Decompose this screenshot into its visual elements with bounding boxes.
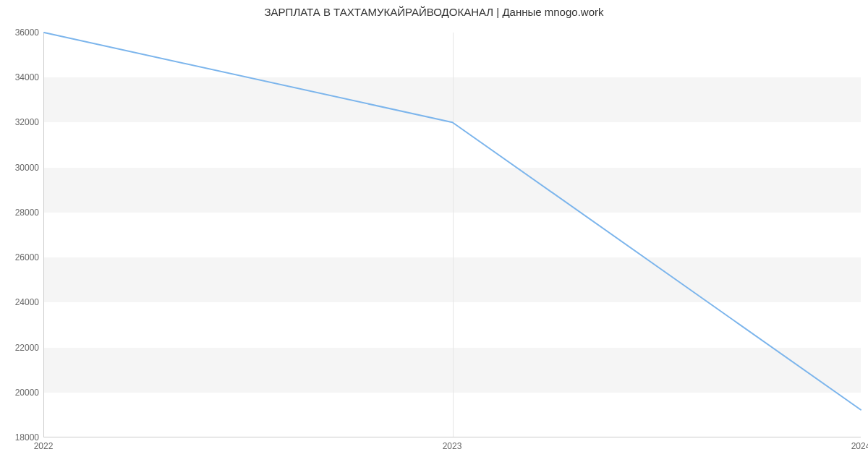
y-tick-label: 36000 xyxy=(3,27,39,38)
chart-title: ЗАРПЛАТА В ТАХТАМУКАЙРАЙВОДОКАНАЛ | Данн… xyxy=(0,6,868,18)
y-tick-label: 30000 xyxy=(3,163,39,173)
x-tick-label: 2024 xyxy=(851,441,868,451)
y-tick-label: 34000 xyxy=(3,72,39,82)
plot-area xyxy=(43,33,861,437)
y-tick-label: 28000 xyxy=(3,208,39,218)
x-tick-label: 2022 xyxy=(34,441,54,451)
y-tick-label: 22000 xyxy=(3,343,39,353)
chart-container: ЗАРПЛАТА В ТАХТАМУКАЙРАЙВОДОКАНАЛ | Данн… xyxy=(0,0,868,470)
series-line xyxy=(44,33,861,410)
y-tick-label: 24000 xyxy=(3,297,39,307)
y-tick-label: 32000 xyxy=(3,117,39,127)
x-tick-label: 2023 xyxy=(443,441,462,451)
y-tick-label: 26000 xyxy=(3,252,39,262)
y-tick-label: 20000 xyxy=(3,388,39,398)
line-series-layer xyxy=(44,33,861,437)
